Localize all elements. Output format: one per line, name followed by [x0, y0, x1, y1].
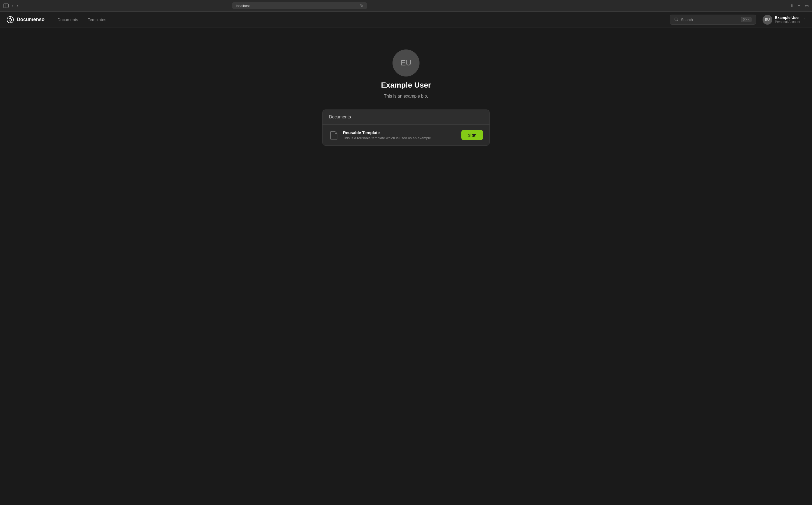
- logo-icon: [6, 16, 14, 23]
- nav-templates[interactable]: Templates: [83, 15, 110, 24]
- user-name: Example User: [775, 15, 800, 20]
- user-account-type: Personal Account: [775, 20, 800, 24]
- logo-link[interactable]: Documenso: [6, 16, 45, 23]
- nav-documents[interactable]: Documents: [53, 15, 82, 24]
- main-nav: Documents Templates: [53, 15, 669, 24]
- search-placeholder-text: Search: [681, 18, 738, 22]
- document-description: This is a reusable template which is use…: [343, 136, 457, 140]
- profile-name: Example User: [381, 81, 431, 90]
- url-text: localhost: [236, 4, 250, 8]
- document-row: Reusable Template This is a reusable tem…: [322, 125, 490, 145]
- document-icon: [329, 130, 339, 140]
- user-info: Example User Personal Account: [775, 15, 800, 24]
- main-content: EU Example User This is an example bio. …: [0, 28, 812, 505]
- svg-line-5: [677, 20, 678, 21]
- search-bar[interactable]: Search ⌘+K: [669, 15, 756, 25]
- documents-card: Documents Reusable Template This is a re…: [322, 110, 490, 146]
- nav-arrows: ‹ ›: [11, 3, 19, 9]
- browser-controls: ‹ ›: [3, 3, 19, 9]
- tabs-button[interactable]: ▭: [805, 3, 809, 8]
- search-shortcut-badge: ⌘+K: [741, 17, 752, 22]
- user-avatar: EU: [763, 15, 772, 25]
- forward-button[interactable]: ›: [15, 3, 19, 9]
- document-info: Reusable Template This is a reusable tem…: [343, 130, 457, 140]
- documents-card-header: Documents: [322, 110, 490, 125]
- profile-avatar: EU: [392, 49, 420, 76]
- profile-bio: This is an example bio.: [384, 94, 428, 99]
- logo-text: Documenso: [17, 17, 45, 22]
- share-button[interactable]: ⬆: [790, 3, 794, 8]
- url-bar[interactable]: localhost ↻: [232, 2, 367, 9]
- browser-actions: ⬆ + ▭: [790, 3, 809, 8]
- sidebar-toggle-button[interactable]: [3, 4, 9, 8]
- search-icon: [674, 17, 678, 22]
- profile-section: EU Example User This is an example bio.: [381, 49, 431, 99]
- new-tab-button[interactable]: +: [798, 3, 800, 8]
- sign-button[interactable]: Sign: [461, 130, 483, 140]
- back-button[interactable]: ‹: [11, 3, 14, 9]
- documents-section-title: Documents: [329, 115, 351, 119]
- user-area[interactable]: EU Example User Personal Account ⌃: [763, 15, 806, 25]
- document-name: Reusable Template: [343, 130, 457, 135]
- app-header: Documenso Documents Templates Search ⌘+K…: [0, 12, 812, 28]
- chevron-down-icon: ⌃: [803, 18, 806, 22]
- svg-point-1: [9, 18, 12, 21]
- browser-chrome: ‹ › localhost ↻ ⬆ + ▭: [0, 0, 812, 12]
- reload-button[interactable]: ↻: [360, 4, 363, 8]
